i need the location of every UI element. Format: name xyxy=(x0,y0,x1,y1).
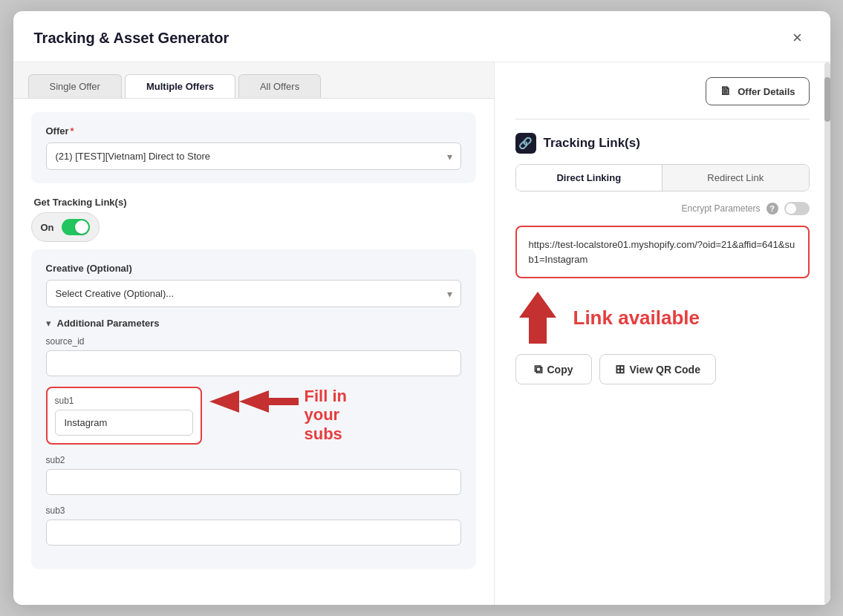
source-id-group: source_id xyxy=(46,336,461,376)
modal-body: Single Offer Multiple Offers All Offers … xyxy=(13,62,830,605)
action-buttons-row: ⧉ Copy ⊞ View QR Code xyxy=(515,354,810,384)
left-content: Offer* (21) [TEST][Vietnam] Direct to St… xyxy=(13,99,494,583)
sub1-highlighted-group: sub1 xyxy=(46,387,202,445)
modal-title: Tracking & Asset Generator xyxy=(34,30,230,47)
creative-label: Creative (Optional) xyxy=(46,263,461,274)
offer-select-wrapper: (21) [TEST][Vietnam] Direct to Store ▾ xyxy=(46,142,461,170)
sub3-group: sub3 xyxy=(46,505,461,545)
scroll-thumb xyxy=(824,77,830,122)
tracking-toggle-section: Get Tracking Link(s) On xyxy=(31,197,476,242)
toggle-knob xyxy=(75,220,88,234)
sub2-input[interactable] xyxy=(46,469,461,495)
sub3-label: sub3 xyxy=(46,505,461,516)
creative-select[interactable]: Select Creative (Optional)... xyxy=(46,280,461,307)
tracking-url-box: https://test-localstore01.myshopify.com/… xyxy=(515,226,810,278)
encrypt-label: Encrypt Parameters xyxy=(681,203,760,214)
offer-section: Offer* (21) [TEST][Vietnam] Direct to St… xyxy=(31,112,476,183)
help-icon[interactable]: ? xyxy=(766,203,778,214)
scrollbar[interactable] xyxy=(824,62,830,605)
red-left-arrow xyxy=(209,387,299,416)
creative-select-wrapper: Select Creative (Optional)... ▾ xyxy=(46,280,461,307)
divider xyxy=(515,119,810,119)
fill-in-annotation: Fill in your subs xyxy=(305,387,347,443)
encrypt-toggle-knob xyxy=(786,203,796,214)
chain-icon: 🔗 xyxy=(515,133,536,154)
right-panel: 🗎 Offer Details 🔗 Tracking Link(s) Direc… xyxy=(495,62,830,605)
link-available-text: Link available xyxy=(573,307,700,330)
link-type-tabs: Direct Linking Redirect Link xyxy=(515,164,810,191)
copy-button[interactable]: ⧉ Copy xyxy=(515,354,592,384)
view-qr-code-button[interactable]: ⊞ View QR Code xyxy=(599,354,716,384)
offer-select[interactable]: (21) [TEST][Vietnam] Direct to Store xyxy=(46,142,461,170)
red-up-arrow xyxy=(515,292,560,344)
tab-redirect-link[interactable]: Redirect Link xyxy=(663,165,809,191)
sub2-group: sub2 xyxy=(46,455,461,495)
sub3-input[interactable] xyxy=(46,520,461,545)
tracking-links-header: 🔗 Tracking Link(s) xyxy=(515,133,810,154)
close-button[interactable]: × xyxy=(786,26,810,50)
tab-single-offer[interactable]: Single Offer xyxy=(28,74,122,98)
svg-marker-0 xyxy=(239,390,299,413)
svg-marker-2 xyxy=(519,292,556,344)
modal-header: Tracking & Asset Generator × xyxy=(13,11,830,62)
offer-label: Offer* xyxy=(46,125,461,137)
additional-params-header[interactable]: ▾ Additional Parameters xyxy=(46,318,461,329)
annotation-subs: subs xyxy=(305,425,342,443)
qr-icon: ⊞ xyxy=(615,362,625,376)
tracking-toggle[interactable] xyxy=(62,219,90,235)
sub1-row-wrapper: sub1 xyxy=(46,387,461,445)
annotation-your: your xyxy=(305,405,340,424)
tab-direct-linking[interactable]: Direct Linking xyxy=(516,165,663,191)
sub1-section: sub1 xyxy=(46,387,461,445)
source-id-label: source_id xyxy=(46,336,461,347)
tracking-section-label: Get Tracking Link(s) xyxy=(31,197,476,208)
additional-params-label: Additional Parameters xyxy=(57,318,160,329)
svg-marker-1 xyxy=(209,390,239,413)
encrypt-params-row: Encrypt Parameters ? xyxy=(515,202,810,215)
tab-all-offers[interactable]: All Offers xyxy=(238,74,321,98)
tabs-bar: Single Offer Multiple Offers All Offers xyxy=(13,62,494,99)
left-panel: Single Offer Multiple Offers All Offers … xyxy=(13,62,495,605)
modal: Tracking & Asset Generator × Single Offe… xyxy=(13,11,830,605)
toggle-on-label: On xyxy=(41,222,54,233)
link-available-section: Link available xyxy=(515,292,810,344)
sub2-label: sub2 xyxy=(46,455,461,465)
tracking-links-title: Tracking Link(s) xyxy=(544,136,640,151)
tab-multiple-offers[interactable]: Multiple Offers xyxy=(125,74,235,98)
sub1-input[interactable] xyxy=(55,410,193,436)
annotation-fill-in: Fill in xyxy=(305,387,347,405)
sub1-label: sub1 xyxy=(55,396,193,406)
offer-details-wrapper: 🗎 Offer Details xyxy=(515,77,810,105)
sub1-arrow-container xyxy=(209,387,299,416)
creative-section: Creative (Optional) Select Creative (Opt… xyxy=(31,249,476,569)
chevron-icon: ▾ xyxy=(46,318,51,329)
toggle-container: On xyxy=(31,212,100,242)
source-id-input[interactable] xyxy=(46,350,461,376)
file-icon: 🗎 xyxy=(720,85,732,98)
copy-icon: ⧉ xyxy=(534,363,542,376)
offer-details-button[interactable]: 🗎 Offer Details xyxy=(706,77,809,105)
encrypt-toggle[interactable] xyxy=(784,202,810,215)
